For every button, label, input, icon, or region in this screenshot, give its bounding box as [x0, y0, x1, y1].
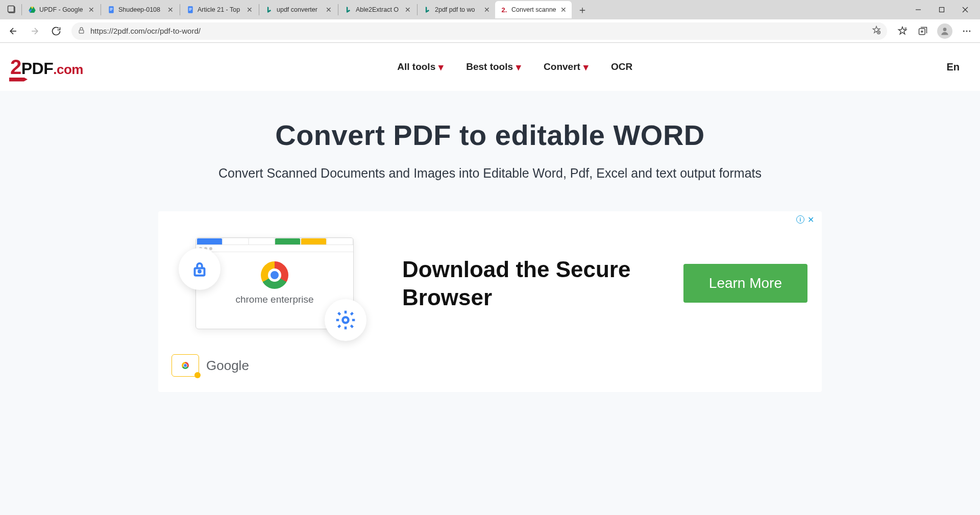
bing-icon	[424, 6, 432, 14]
chevron-down-icon: ▾	[438, 61, 444, 73]
close-icon[interactable]: ✕	[246, 6, 254, 14]
nav-all-tools[interactable]: All tools ▾	[397, 61, 444, 73]
nav-convert[interactable]: Convert ▾	[544, 61, 589, 73]
main-nav: All tools ▾ Best tools ▾ Convert ▾ OCR	[397, 61, 632, 73]
close-icon[interactable]: ✕	[483, 6, 491, 14]
address-bar[interactable]	[71, 22, 887, 40]
spacer	[0, 423, 980, 515]
browser-tab-active[interactable]: 2. Convert scanne ✕	[495, 1, 572, 18]
back-button[interactable]	[4, 22, 22, 40]
page-viewport: 2 PDF .com All tools ▾ Best tools ▾ Conv…	[0, 43, 980, 515]
bing-icon	[345, 6, 353, 14]
svg-rect-10	[189, 8, 191, 9]
logo-suffix: .com	[53, 62, 83, 78]
ad-card: i ✕ chrome enterprise	[158, 211, 822, 392]
page-scroll[interactable]: 2 PDF .com All tools ▾ Best tools ▾ Conv…	[0, 43, 980, 515]
separator	[338, 4, 338, 15]
svg-point-28	[966, 30, 968, 32]
separator	[259, 4, 259, 15]
ad-footer: Google	[167, 354, 813, 377]
browser-tab[interactable]: UPDF - Google ✕	[23, 1, 100, 18]
svg-point-32	[343, 317, 349, 323]
learn-more-button[interactable]: Learn More	[683, 264, 807, 303]
toolbar-right	[893, 22, 976, 40]
ad-body: chrome enterprise Download the Secure Br…	[167, 219, 813, 342]
window-close-button[interactable]	[953, 1, 977, 18]
forward-button[interactable]	[26, 22, 44, 40]
browser-tab[interactable]: Shudeep-0108 ✕	[102, 1, 179, 18]
chrome-logo-icon	[261, 261, 288, 289]
ad-info-icon[interactable]: i	[796, 215, 804, 224]
svg-rect-12	[189, 10, 190, 11]
tab-title: Convert scanne	[511, 6, 556, 13]
ad-close-icon[interactable]: ✕	[806, 215, 815, 224]
browser-chrome: UPDF - Google ✕ Shudeep-0108 ✕ Article 2…	[0, 0, 980, 43]
svg-point-26	[943, 28, 947, 31]
drive-icon	[28, 6, 36, 14]
chrome-enterprise-thumb-icon	[172, 354, 199, 377]
add-favorite-icon[interactable]	[872, 26, 881, 36]
nav-label: All tools	[397, 61, 435, 72]
tab-actions-icon[interactable]	[3, 1, 20, 18]
site-header: 2 PDF .com All tools ▾ Best tools ▾ Conv…	[0, 43, 980, 91]
language-selector[interactable]: En	[946, 61, 960, 73]
svg-rect-14	[940, 8, 944, 12]
lang-label: En	[946, 61, 960, 72]
close-icon[interactable]: ✕	[559, 6, 568, 14]
tab-title: Able2Extract O	[356, 6, 401, 13]
logo-mid: PDF	[21, 59, 54, 78]
svg-rect-9	[188, 6, 192, 13]
svg-rect-17	[79, 30, 84, 33]
separator	[417, 4, 418, 15]
tab-title: UPDF - Google	[39, 6, 84, 13]
close-icon[interactable]: ✕	[166, 6, 175, 14]
docs-icon	[107, 6, 115, 14]
nav-ocr[interactable]: OCR	[611, 61, 632, 73]
lock-icon	[78, 27, 85, 36]
tab-title: Shudeep-0108	[118, 6, 163, 13]
svg-rect-11	[189, 9, 191, 10]
url-input[interactable]	[90, 27, 867, 35]
svg-rect-1	[8, 6, 14, 12]
svg-rect-5	[109, 6, 113, 13]
bing-icon	[265, 6, 274, 14]
browser-tab[interactable]: 2pdf pdf to wo ✕	[419, 1, 495, 18]
svg-point-31	[199, 271, 201, 273]
browser-tab[interactable]: Able2Extract O ✕	[339, 1, 416, 18]
nav-best-tools[interactable]: Best tools ▾	[466, 61, 521, 73]
svg-point-27	[963, 30, 965, 32]
hero-section: Convert PDF to editable WORD Convert Sca…	[0, 91, 980, 201]
close-icon[interactable]: ✕	[404, 6, 412, 14]
browser-tab[interactable]: updf converter ✕	[260, 1, 337, 18]
collections-button[interactable]	[914, 22, 932, 40]
chevron-down-icon: ▾	[583, 61, 589, 73]
ad-illustration: chrome enterprise	[173, 230, 377, 337]
chevron-down-icon: ▾	[516, 61, 521, 73]
minimize-button[interactable]	[906, 1, 930, 18]
separator	[21, 4, 22, 15]
gear-badge-icon	[325, 299, 366, 341]
browser-toolbar	[0, 19, 980, 43]
tab-strip: UPDF - Google ✕ Shudeep-0108 ✕ Article 2…	[0, 0, 980, 19]
refresh-button[interactable]	[47, 22, 65, 40]
more-menu-button[interactable]	[958, 22, 976, 40]
separator	[180, 4, 180, 15]
close-icon[interactable]: ✕	[87, 6, 95, 14]
lock-badge-icon	[179, 248, 220, 290]
ad-headline-wrap: Download the Secure Browser	[402, 255, 658, 311]
maximize-button[interactable]	[930, 1, 953, 18]
svg-point-29	[969, 30, 970, 32]
favorites-button[interactable]	[893, 22, 912, 40]
2pdf-icon: 2.	[500, 6, 508, 14]
new-tab-button[interactable]: ＋	[575, 2, 590, 17]
nav-label: Best tools	[466, 61, 513, 72]
logo-prefix: 2	[10, 56, 21, 79]
svg-rect-6	[110, 8, 112, 9]
profile-avatar[interactable]	[937, 23, 952, 39]
ad-brand: Google	[206, 358, 249, 374]
tab-title: updf converter	[277, 6, 322, 13]
browser-tab[interactable]: Article 21 - Top ✕	[181, 1, 258, 18]
page-title: Convert PDF to editable WORD	[10, 118, 970, 152]
close-icon[interactable]: ✕	[325, 6, 333, 14]
site-logo[interactable]: 2 PDF .com	[10, 56, 83, 79]
